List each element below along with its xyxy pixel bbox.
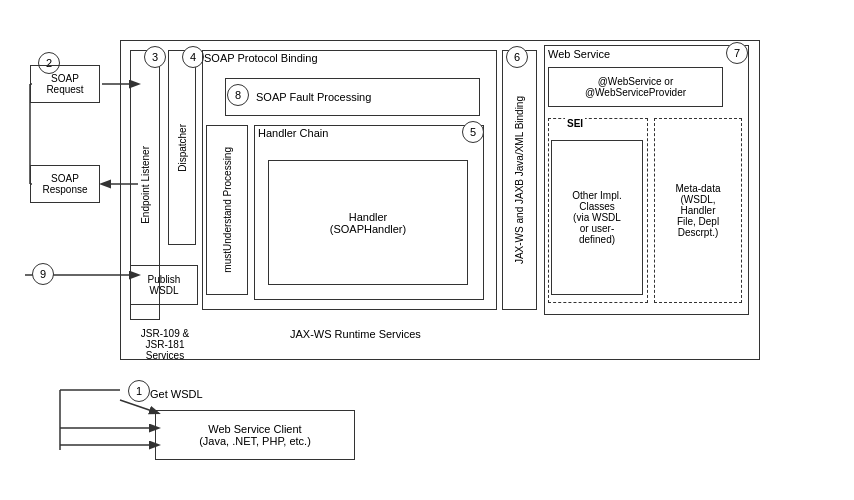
diagram: 2 SOAP Request SOAP Response 9 Endpoint … <box>10 10 844 490</box>
handler-chain-label: Handler Chain <box>258 127 328 139</box>
jaxws-jaxb-box: JAX-WS and JAXB Java/XML Binding <box>502 50 537 310</box>
soap-fault-box: SOAP Fault Processing <box>225 78 480 116</box>
jaxws-runtime-label: JAX-WS Runtime Services <box>290 328 421 340</box>
client-box: Web Service Client (Java, .NET, PHP, etc… <box>155 410 355 460</box>
circle-9: 9 <box>32 263 54 285</box>
circle-1: 1 <box>128 380 150 402</box>
jsr-label: JSR-109 & JSR-181 Services <box>130 328 200 361</box>
circle-6: 6 <box>506 46 528 68</box>
metadata-dashed-box: Meta-data (WSDL, Handler File, Depl Desc… <box>654 118 742 303</box>
other-impl-box: Other Impl. Classes (via WSDL or user- d… <box>551 140 643 295</box>
soap-protocol-label: SOAP Protocol Binding <box>204 52 318 64</box>
dispatcher-box: Dispatcher <box>168 50 196 245</box>
handler-box: Handler (SOAPHandler) <box>268 160 468 285</box>
get-wsdl-label: Get WSDL <box>150 388 203 400</box>
soap-request-box: SOAP Request <box>30 65 100 103</box>
circle-8: 8 <box>227 84 249 106</box>
circle-3: 3 <box>144 46 166 68</box>
publish-wsdl-box: Publish WSDL <box>130 265 198 305</box>
circle-7: 7 <box>726 42 748 64</box>
circle-5: 5 <box>462 121 484 143</box>
sei-label: SEI <box>565 118 585 129</box>
circle-4: 4 <box>182 46 204 68</box>
webservice-annotation-box: @WebService or @WebServiceProvider <box>548 67 723 107</box>
soap-response-box: SOAP Response <box>30 165 100 203</box>
web-service-label: Web Service <box>548 48 610 60</box>
must-understand-box: mustUnderstand Processing <box>206 125 248 295</box>
